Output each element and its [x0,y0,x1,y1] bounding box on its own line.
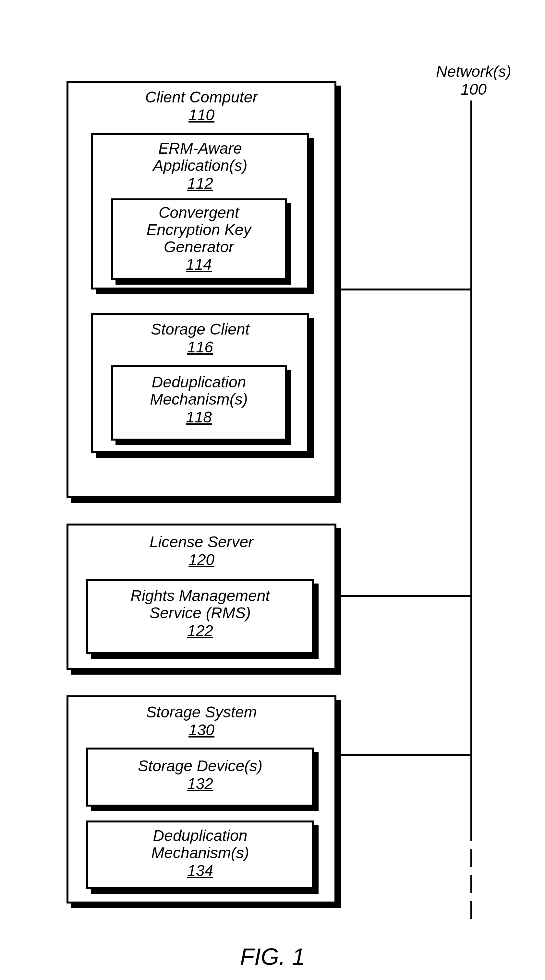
sc-num: 116 [93,338,307,356]
connector-client [339,288,472,291]
ss-dedup-box: Deduplication Mechanism(s) 134 [86,821,314,889]
sd-l1: Storage Device(s) [88,757,312,775]
keygen-l3: Generator [113,239,285,256]
storage-system-box: Storage System 130 Storage Device(s) 132… [67,695,336,904]
keygen-box: Convergent Encryption Key Generator 114 [111,199,287,280]
ss-title: Storage System [69,704,335,721]
rms-l2: Service (RMS) [88,605,312,622]
erm-title1: ERM-Aware [93,140,307,157]
network-label: Network(s) 100 [425,63,522,98]
diagram-canvas: Network(s) 100 Client Computer 110 ERM-A… [0,0,545,980]
client-computer-box: Client Computer 110 ERM-Aware Applicatio… [67,81,336,498]
storage-system-label: Storage System 130 [69,704,335,739]
license-label: License Server 120 [69,534,335,569]
ss-dedup-l1: Deduplication [88,827,312,845]
sc-dedup-label: Deduplication Mechanism(s) 118 [113,374,285,426]
keygen-label: Convergent Encryption Key Generator 114 [113,204,285,273]
network-vline-dash-2 [470,875,472,893]
rms-l1: Rights Management [88,587,312,605]
client-num: 110 [69,106,335,124]
network-vline-dash-1 [470,850,472,867]
storage-devices-box: Storage Device(s) 132 [86,748,314,807]
rms-num: 122 [88,622,312,640]
erm-label: ERM-Aware Application(s) 112 [93,140,307,192]
keygen-l2: Encryption Key [113,221,285,239]
figure-caption: FIG. 1 [0,943,545,970]
client-computer-label: Client Computer 110 [69,89,335,124]
ss-dedup-l2: Mechanism(s) [88,845,312,862]
keygen-num: 114 [113,255,285,273]
ss-dedup-label: Deduplication Mechanism(s) 134 [88,827,312,880]
sc-dedup-num: 118 [113,408,285,426]
network-num: 100 [425,80,522,98]
sc-dedup-l2: Mechanism(s) [113,391,285,408]
ss-dedup-num: 134 [88,862,312,880]
sc-title: Storage Client [93,321,307,338]
network-title: Network(s) [425,63,522,80]
license-title: License Server [69,534,335,551]
license-num: 120 [69,551,335,569]
network-vline-dash-3 [470,901,472,919]
sc-dedup-l1: Deduplication [113,374,285,391]
sc-dedup-box: Deduplication Mechanism(s) 118 [111,365,287,441]
connector-storage [339,754,472,756]
client-title: Client Computer [69,89,335,106]
sd-num: 132 [88,775,312,792]
erm-title2: Application(s) [93,157,307,174]
rms-label: Rights Management Service (RMS) 122 [88,587,312,640]
erm-aware-box: ERM-Aware Application(s) 112 Convergent … [91,133,309,290]
storage-devices-label: Storage Device(s) 132 [88,757,312,792]
storage-client-label: Storage Client 116 [93,321,307,356]
keygen-l1: Convergent [113,204,285,221]
ss-num: 130 [69,721,335,739]
storage-client-box: Storage Client 116 Deduplication Mechani… [91,313,309,453]
connector-license [339,595,472,597]
network-vline-solid [470,100,472,841]
license-server-box: License Server 120 Rights Management Ser… [67,523,336,670]
rms-box: Rights Management Service (RMS) 122 [86,579,314,654]
erm-num: 112 [93,174,307,192]
